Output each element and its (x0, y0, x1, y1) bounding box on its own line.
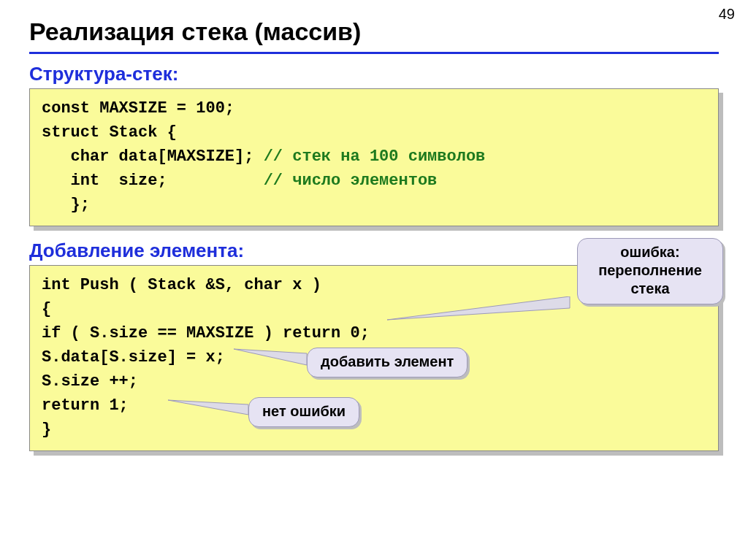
callout-text: нет ошибки (262, 403, 346, 419)
code-text: struct Stack { (42, 123, 177, 142)
codebox-struct: const MAXSIZE = 100;struct Stack { char … (29, 88, 719, 226)
code-text: if ( S.size == MAXSIZE ) return 0; (42, 324, 370, 342)
code-text: int size; (42, 172, 264, 190)
section-heading-struct: Структура-стек: (29, 63, 719, 85)
code-text: S.data[S.size] = x; (42, 348, 225, 367)
code-text: return 1; (42, 396, 129, 415)
callout-add-element: добавить элемент (307, 348, 468, 377)
callout-text: переполнение (591, 261, 709, 280)
codebox-struct-wrap: const MAXSIZE = 100;struct Stack { char … (29, 88, 719, 226)
code-text: const MAXSIZE = 100; (42, 99, 234, 118)
title-rule (29, 52, 719, 54)
code-comment: // число элементов (264, 172, 438, 190)
callout-overflow: ошибка: переполнение стека (577, 238, 723, 304)
callout-text: добавить элемент (321, 353, 454, 369)
code-text: char data[MAXSIZE]; (42, 147, 264, 166)
code-comment: // стек на 100 символов (264, 147, 486, 166)
code-text: } (42, 421, 51, 439)
code-text: S.size ++; (42, 372, 138, 391)
code-text: }; (42, 196, 90, 214)
code-text: int Push ( Stack &S, char x ) (42, 276, 321, 294)
code-text: { (42, 300, 51, 318)
callout-text: ошибка: (591, 243, 709, 261)
page-number: 49 (719, 6, 735, 23)
callout-no-error: нет ошибки (248, 397, 359, 427)
callout-text: стека (591, 280, 709, 298)
page-title: Реализация стека (массив) (29, 18, 719, 46)
